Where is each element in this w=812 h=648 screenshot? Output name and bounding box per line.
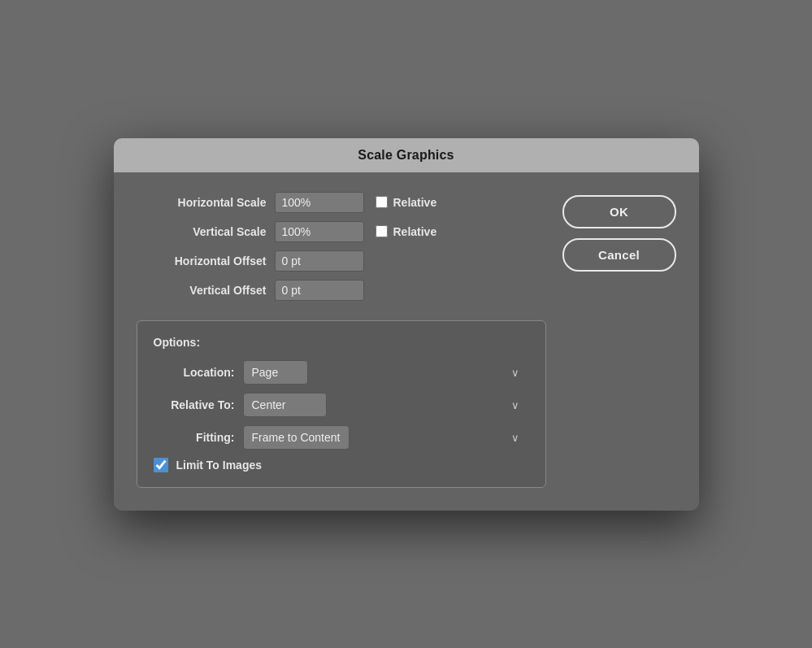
horizontal-relative-group: Relative — [376, 196, 437, 209]
options-title: Options: — [154, 336, 529, 349]
limit-to-images-row: Limit To Images — [154, 458, 529, 472]
relative-to-row: Relative To: Center Top Left Top Right B… — [154, 393, 529, 417]
vertical-relative-group: Relative — [376, 225, 437, 238]
location-row: Location: Page Spread Selection — [154, 360, 529, 385]
vertical-scale-label: Vertical Scale — [137, 225, 267, 238]
limit-to-images-label: Limit To Images — [176, 459, 263, 472]
horizontal-relative-checkbox[interactable] — [376, 196, 388, 208]
horizontal-scale-input[interactable] — [275, 192, 364, 213]
limit-to-images-checkbox[interactable] — [154, 458, 168, 472]
horizontal-offset-input[interactable] — [275, 250, 364, 272]
vertical-offset-input[interactable] — [275, 280, 364, 301]
horizontal-scale-row: Horizontal Scale Relative — [137, 192, 546, 213]
relative-to-label: Relative To: — [154, 398, 235, 411]
cancel-button[interactable]: Cancel — [562, 238, 676, 272]
vertical-offset-row: Vertical Offset — [137, 280, 546, 301]
location-label: Location: — [154, 366, 235, 379]
ok-button[interactable]: OK — [562, 195, 676, 228]
fitting-row: Fitting: Frame to Content Content to Fra… — [154, 425, 529, 450]
location-select-wrapper: Page Spread Selection — [243, 360, 529, 385]
vertical-scale-input[interactable] — [275, 221, 364, 242]
title-text: Scale Graphics — [358, 148, 454, 162]
dialog-right-panel: OK Cancel — [562, 192, 676, 488]
horizontal-offset-label: Horizontal Offset — [137, 254, 267, 267]
vertical-scale-row: Vertical Scale Relative — [137, 221, 546, 242]
horizontal-offset-row: Horizontal Offset — [137, 250, 546, 272]
fitting-select-wrapper: Frame to Content Content to Frame None — [243, 425, 529, 450]
fitting-label: Fitting: — [154, 431, 235, 444]
dialog-title: Scale Graphics — [114, 138, 699, 172]
dialog-left-panel: Horizontal Scale Relative Vertical Scale… — [137, 192, 546, 488]
relative-to-select[interactable]: Center Top Left Top Right Bottom Left Bo… — [243, 393, 327, 417]
horizontal-scale-label: Horizontal Scale — [137, 196, 267, 209]
scale-graphics-dialog: Scale Graphics Horizontal Scale Relative… — [114, 138, 699, 511]
vertical-offset-label: Vertical Offset — [137, 284, 267, 297]
horizontal-relative-label: Relative — [393, 196, 437, 209]
vertical-relative-label: Relative — [393, 225, 437, 238]
options-box: Options: Location: Page Spread Selection… — [137, 320, 546, 488]
location-select[interactable]: Page Spread Selection — [243, 360, 308, 385]
relative-to-select-wrapper: Center Top Left Top Right Bottom Left Bo… — [243, 393, 529, 417]
dialog-body: Horizontal Scale Relative Vertical Scale… — [114, 172, 699, 511]
vertical-relative-checkbox[interactable] — [376, 225, 388, 237]
fitting-select[interactable]: Frame to Content Content to Frame None — [243, 425, 350, 450]
